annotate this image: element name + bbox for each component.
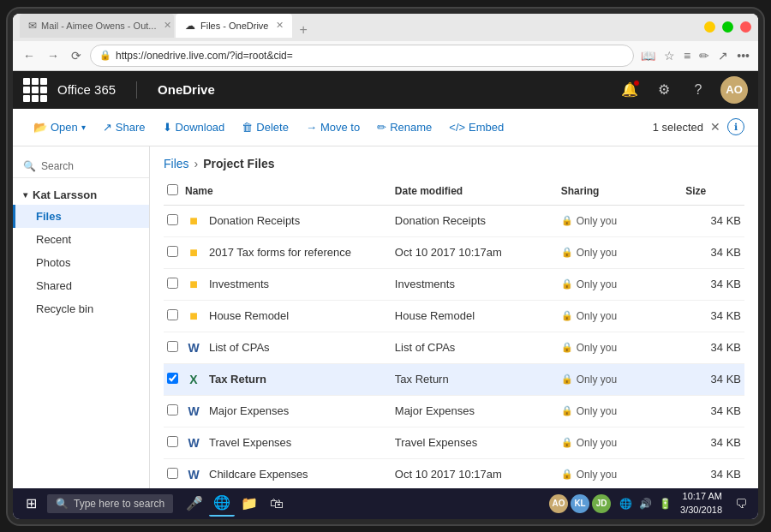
sharing-text: Only you (577, 469, 617, 481)
notification-button[interactable]: 🔔 (618, 78, 642, 102)
tray-avatar-2[interactable]: KL (571, 494, 589, 513)
windows-logo: ⊞ (26, 495, 37, 511)
browser-titlebar: ✉ Mail - Aimee Owens - Out... ✕ ☁ Files … (13, 14, 758, 41)
table-row[interactable]: ■ Donation Receipts Donation Receipts 🔒 … (164, 205, 744, 236)
chevron-down-icon: ▾ (23, 190, 27, 200)
moveto-button[interactable]: → Move to (299, 116, 367, 139)
tray-network[interactable]: 🌐 (618, 496, 634, 511)
tray-avatar-3[interactable]: JD (592, 494, 611, 513)
row-checkbox[interactable] (167, 309, 178, 320)
more-button[interactable]: ••• (735, 47, 751, 64)
help-button[interactable]: ? (686, 78, 710, 102)
folder-icon: ■ (189, 308, 198, 324)
reader-view-button[interactable]: 📖 (639, 47, 657, 64)
table-row[interactable]: ■ House Remodel House Remodel 🔒 Only you… (164, 300, 744, 332)
new-tab-button[interactable]: + (294, 22, 312, 38)
table-row[interactable]: W Childcare Expenses Oct 10 2017 10:17am… (164, 458, 744, 488)
file-name: Travel Expenses (209, 436, 291, 449)
header-sharing[interactable]: Sharing (558, 177, 682, 206)
notification-center[interactable]: 🗨 (729, 492, 753, 516)
waffle-menu[interactable] (23, 78, 47, 102)
refresh-button[interactable]: ⟳ (68, 47, 85, 64)
header-size[interactable]: Size (682, 177, 744, 206)
waffle-dot (32, 87, 39, 93)
settings-button[interactable]: ⚙ (652, 78, 676, 102)
taskbar-cortana[interactable]: 🎤 (182, 491, 207, 517)
sidebar-item-photos[interactable]: Photos (13, 251, 149, 274)
start-button[interactable]: ⊞ (18, 491, 44, 517)
o365-brand-divider (136, 81, 137, 99)
tab-onedrive[interactable]: ☁ Files - OneDrive ✕ (176, 14, 292, 38)
row-checkbox[interactable] (167, 246, 178, 257)
tray-avatar-1[interactable]: AO (549, 494, 568, 513)
main-area: 🔍 Search ▾ Kat Larsson Files Recent (13, 146, 758, 488)
favorites-button[interactable]: ☆ (662, 47, 677, 64)
address-bar[interactable]: 🔒 https://onedrive.live.com/?id=root&cid… (90, 45, 634, 67)
device-frame: ✉ Mail - Aimee Owens - Out... ✕ ☁ Files … (13, 14, 758, 519)
tray-icons: 🌐 🔊 🔋 (618, 496, 673, 511)
table-row[interactable]: W Major Expenses Major Expenses 🔒 Only y… (164, 395, 744, 427)
table-row[interactable]: W List of CPAs List of CPAs 🔒 Only you 3… (164, 332, 744, 363)
embed-label: Embed (469, 121, 504, 134)
folder-icon: ■ (189, 245, 198, 260)
window-minimize[interactable] (704, 21, 715, 33)
table-row[interactable]: X Tax Return Tax Return 🔒 Only you 34 KB (164, 363, 744, 395)
open-button[interactable]: 📂 Open ▾ (27, 116, 93, 139)
delete-button[interactable]: 🗑 Delete (235, 116, 296, 139)
breadcrumb-current: Project Files (203, 157, 274, 170)
tab-mail-close[interactable]: ✕ (164, 20, 171, 31)
tray-battery[interactable]: 🔋 (657, 496, 673, 511)
notes-button[interactable]: ✏ (697, 47, 711, 64)
embed-icon: </> (449, 121, 465, 134)
window-controls (704, 21, 751, 33)
sidebar-item-shared[interactable]: Shared (13, 274, 149, 297)
row-checkbox[interactable] (167, 278, 178, 289)
breadcrumb-parent[interactable]: Files (164, 157, 189, 170)
sidebar-user-header[interactable]: ▾ Kat Larsson (13, 185, 149, 205)
sidebar-item-recent[interactable]: Recent (13, 228, 149, 251)
taskbar-edge[interactable]: 🌐 (209, 491, 235, 517)
tab-onedrive-close[interactable]: ✕ (276, 20, 284, 31)
tab-mail[interactable]: ✉ Mail - Aimee Owens - Out... ✕ (20, 14, 174, 38)
share-button[interactable]: ↗ Share (96, 116, 152, 139)
window-maximize[interactable] (722, 21, 733, 33)
sidebar: 🔍 Search ▾ Kat Larsson Files Recent (13, 146, 150, 488)
delete-icon: 🗑 (242, 121, 253, 134)
open-icon: 📂 (33, 121, 47, 134)
deselect-button[interactable]: ✕ (710, 120, 720, 134)
user-avatar[interactable]: AO (720, 76, 748, 104)
sidebar-item-files[interactable]: Files (13, 205, 149, 228)
back-button[interactable]: ← (20, 47, 39, 64)
table-row[interactable]: ■ 2017 Tax forms for reference Oct 10 20… (164, 236, 744, 268)
embed-button[interactable]: </> Embed (442, 116, 511, 139)
taskbar-explorer[interactable]: 📁 (236, 491, 262, 517)
taskbar-store[interactable]: 🛍 (264, 491, 290, 517)
header-modified[interactable]: Date modified (391, 177, 558, 206)
hub-button[interactable]: ≡ (682, 47, 692, 64)
forward-button[interactable]: → (44, 47, 63, 64)
taskbar-icons: 🎤 🌐 📁 🛍 (182, 491, 290, 517)
window-close[interactable] (740, 21, 751, 33)
row-checkbox[interactable] (167, 468, 178, 479)
search-box[interactable]: 🔍 Search (13, 155, 149, 178)
row-checkbox[interactable] (167, 214, 178, 225)
row-checkbox[interactable] (167, 373, 178, 384)
taskbar-search[interactable]: 🔍 Type here to search (47, 494, 173, 513)
select-all-checkbox[interactable] (167, 184, 178, 195)
clock-date: 3/30/2018 (680, 504, 722, 517)
share-browser-button[interactable]: ↗ (716, 47, 730, 64)
info-button[interactable]: ℹ (727, 118, 744, 135)
row-checkbox[interactable] (167, 341, 178, 352)
tab-mail-label: Mail - Aimee Owens - Out... (41, 21, 156, 31)
row-checkbox[interactable] (167, 436, 178, 447)
tray-volume[interactable]: 🔊 (637, 496, 654, 511)
file-name: List of CPAs (209, 341, 270, 354)
rename-button[interactable]: ✏ Rename (370, 116, 439, 139)
table-row[interactable]: ■ Investments Investments 🔒 Only you 34 … (164, 268, 744, 300)
taskbar-clock[interactable]: 10:17 AM 3/30/2018 (680, 490, 722, 517)
row-checkbox[interactable] (167, 404, 178, 415)
header-name[interactable]: Name (182, 177, 391, 206)
sidebar-item-recycle[interactable]: Recycle bin (13, 297, 149, 320)
download-button[interactable]: ⬇ Download (156, 116, 232, 139)
table-row[interactable]: W Travel Expenses Travel Expenses 🔒 Only… (164, 427, 744, 458)
